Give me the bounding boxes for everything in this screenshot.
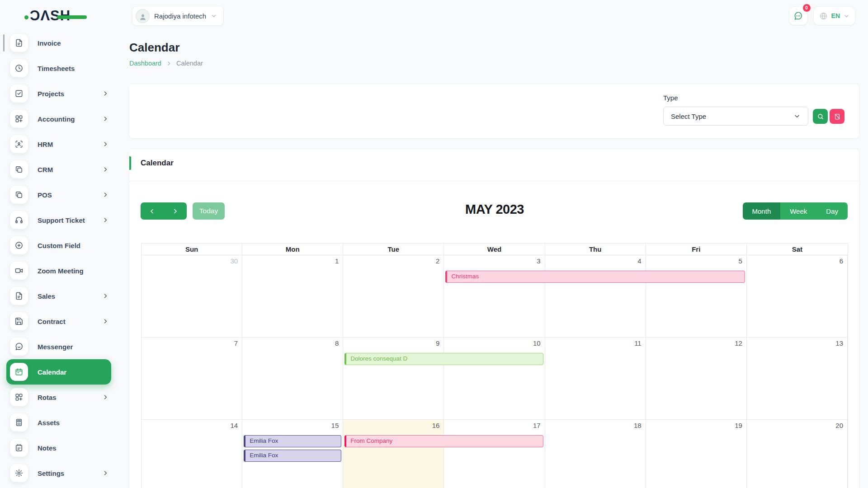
sidebar-item-crm[interactable]: CRM	[6, 157, 111, 182]
messages-button[interactable]: 0	[789, 6, 808, 25]
sidebar-item-accounting[interactable]: Accounting	[6, 106, 111, 131]
sidebar-item-calendar[interactable]: Calendar	[6, 359, 111, 385]
day-cell-20[interactable]: 20	[747, 420, 848, 488]
event-from-company[interactable]: From Company	[344, 435, 543, 447]
chat-icon	[793, 11, 803, 21]
day-cell-4[interactable]: 4	[545, 255, 646, 338]
sidebar-item-contract[interactable]: Contract	[6, 309, 111, 334]
file-text-icon-box	[10, 34, 28, 52]
sidebar-item-settings[interactable]: Settings	[6, 460, 111, 486]
clock-icon	[14, 64, 24, 73]
sidebar-item-label: Sales	[38, 292, 55, 300]
chevron-right-icon	[102, 166, 108, 173]
sidebar-item-invoice[interactable]: Invoice	[6, 30, 111, 56]
view-week-button[interactable]: Week	[780, 202, 816, 220]
day-cell-5[interactable]: 5	[646, 255, 747, 338]
event-christmas[interactable]: Christmas	[445, 271, 745, 283]
scan-user-icon-box	[10, 135, 28, 153]
day-number: 4	[637, 257, 641, 265]
language-code: EN	[831, 12, 840, 19]
day-cell-30[interactable]: 30	[142, 255, 242, 338]
sidebar-item-support-ticket[interactable]: Support Ticket	[6, 207, 111, 233]
day-cell-1[interactable]: 1	[242, 255, 343, 338]
calendar-toolbar: Today MAY 2023 MonthWeekDay	[129, 202, 859, 220]
sidebar-item-timesheets[interactable]: Timesheets	[6, 56, 111, 81]
sidebar-item-label: Settings	[38, 469, 64, 477]
plus-circle-icon	[14, 241, 24, 250]
sidebar-item-rotas[interactable]: Rotas	[6, 385, 111, 410]
brand-logo[interactable]: ƆΛSH	[26, 7, 71, 24]
day-cell-8[interactable]: 8	[242, 338, 343, 420]
day-cell-18[interactable]: 18	[545, 420, 646, 488]
event-emilia-fox[interactable]: Emilia Fox	[244, 435, 341, 447]
messages-badge: 0	[803, 4, 811, 12]
sidebar-item-projects[interactable]: Projects	[6, 81, 111, 106]
sidebar-item-zoom-meeting[interactable]: Zoom Meeting	[6, 258, 111, 283]
grid-plus-icon-box	[10, 110, 28, 128]
breadcrumb-dashboard[interactable]: Dashboard	[129, 60, 161, 67]
day-cell-2[interactable]: 2	[343, 255, 444, 338]
day-number: 10	[533, 339, 541, 347]
chevron-right-icon	[166, 61, 172, 66]
file-text-icon-box	[10, 287, 28, 305]
day-header-tue: Tue	[343, 244, 444, 255]
sidebar-item-pos[interactable]: POS	[6, 182, 111, 207]
chevron-right-icon	[102, 217, 108, 223]
copy-icon-box	[10, 186, 28, 204]
day-number: 19	[735, 422, 742, 429]
video-icon-box	[10, 262, 28, 280]
day-cell-6[interactable]: 6	[747, 255, 848, 338]
sidebar-item-messenger[interactable]: Messenger	[6, 334, 111, 359]
sidebar-item-sales[interactable]: Sales	[6, 283, 111, 309]
type-select[interactable]: Select Type	[663, 107, 808, 126]
day-cell-3[interactable]: 3	[444, 255, 545, 338]
calendar-grid: SunMonTueWedThuFriSat 30123456Christmas7…	[141, 243, 848, 488]
sidebar-item-custom-field[interactable]: Custom Field	[6, 233, 111, 258]
language-selector[interactable]: EN	[813, 6, 855, 25]
topbar-actions: 0 EN	[789, 6, 855, 25]
sidebar-item-assets[interactable]: Assets	[6, 410, 111, 435]
sidebar-item-label: POS	[38, 191, 52, 199]
day-cell-12[interactable]: 12	[646, 338, 747, 420]
copy-icon-box	[10, 160, 28, 178]
sidebar-item-hrm[interactable]: HRM	[6, 131, 111, 157]
calendar-month-title: MAY 2023	[141, 202, 848, 217]
video-icon	[14, 266, 24, 275]
chevron-right-icon	[102, 141, 108, 147]
search-button[interactable]	[813, 109, 828, 124]
event-dolores-consequat-d[interactable]: Dolores consequat D	[344, 353, 543, 365]
globe-icon	[819, 12, 828, 20]
day-header-sun: Sun	[142, 244, 242, 255]
chevron-right-icon	[102, 470, 108, 476]
day-cell-13[interactable]: 13	[747, 338, 848, 420]
sidebar-item-notes[interactable]: Notes	[6, 435, 111, 460]
logo-bar-accent	[57, 15, 87, 19]
event-emilia-fox[interactable]: Emilia Fox	[244, 450, 341, 462]
day-cell-9[interactable]: 9	[343, 338, 444, 420]
day-cell-17[interactable]: 17	[444, 420, 545, 488]
calendar-note-icon	[14, 443, 24, 452]
day-cell-14[interactable]: 14	[142, 420, 242, 488]
day-cell-10[interactable]: 10	[444, 338, 545, 420]
sidebar-item-label: Support Ticket	[38, 216, 85, 224]
sidebar-item-label: Accounting	[38, 115, 75, 123]
company-name: Rajodiya infotech	[154, 12, 206, 20]
view-month-button[interactable]: Month	[743, 202, 781, 220]
day-cell-16[interactable]: 16	[343, 420, 444, 488]
company-switcher[interactable]: Rajodiya infotech	[132, 6, 224, 26]
day-cell-19[interactable]: 19	[646, 420, 747, 488]
chevron-right-icon	[102, 90, 108, 97]
day-cell-11[interactable]: 11	[545, 338, 646, 420]
file-text-icon	[14, 291, 24, 300]
view-day-button[interactable]: Day	[816, 202, 848, 220]
sidebar-item-label: Contract	[38, 318, 66, 325]
sidebar: InvoiceTimesheetsProjectsAccountingHRMCR…	[0, 25, 122, 488]
day-number: 3	[537, 257, 540, 265]
divider	[129, 181, 859, 181]
chevron-down-icon	[211, 13, 217, 19]
logo-dot-accent	[24, 15, 28, 19]
reset-button[interactable]	[830, 109, 844, 124]
type-label: Type	[663, 94, 678, 102]
day-cell-7[interactable]: 7	[142, 338, 242, 420]
sidebar-item-label: Messenger	[38, 343, 73, 351]
